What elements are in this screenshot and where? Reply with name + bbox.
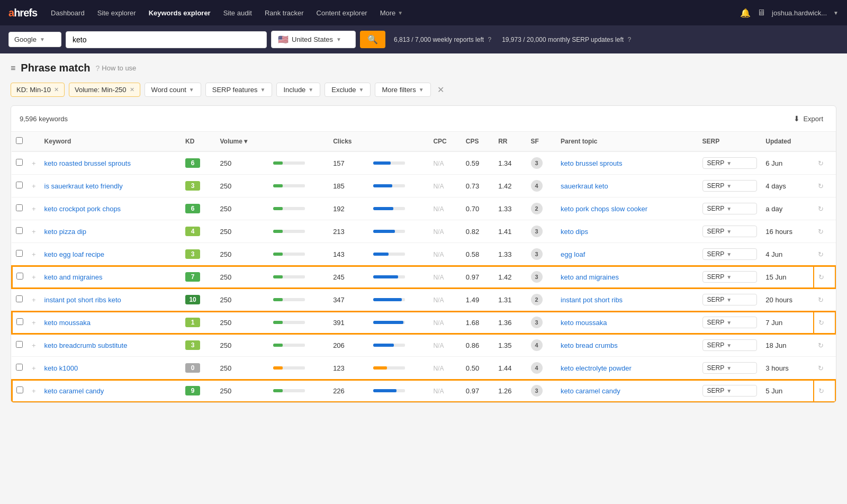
cell-add[interactable]: + [28, 289, 40, 311]
row-checkbox[interactable] [16, 250, 23, 257]
nav-keywords-explorer[interactable]: Keywords explorer [143, 6, 216, 20]
cell-add[interactable]: + [28, 220, 40, 243]
serp-select[interactable]: SERP ▼ [702, 157, 758, 169]
refresh-icon[interactable]: ↻ [818, 182, 824, 190]
cell-refresh[interactable]: ↻ [814, 311, 836, 334]
row-checkbox[interactable] [16, 204, 23, 211]
cell-add[interactable]: + [28, 334, 40, 357]
row-checkbox[interactable] [16, 318, 23, 325]
cell-checkbox[interactable] [12, 220, 28, 243]
parent-topic-link[interactable]: keto bread crumbs [561, 341, 618, 349]
serp-select[interactable]: SERP ▼ [702, 248, 758, 260]
cell-add[interactable]: + [28, 151, 40, 175]
cell-serp[interactable]: SERP ▼ [698, 266, 762, 289]
include-filter[interactable]: Include ▼ [276, 83, 320, 97]
cell-serp[interactable]: SERP ▼ [698, 311, 762, 334]
serp-select[interactable]: SERP ▼ [702, 317, 758, 328]
serp-select[interactable]: SERP ▼ [702, 339, 758, 351]
serp-select[interactable]: SERP ▼ [702, 271, 758, 283]
row-checkbox[interactable] [16, 295, 23, 302]
nav-content-explorer[interactable]: Content explorer [311, 6, 373, 20]
row-checkbox[interactable] [16, 227, 23, 234]
cell-add[interactable]: + [28, 243, 40, 266]
cell-serp[interactable]: SERP ▼ [698, 220, 762, 243]
cell-refresh[interactable]: ↻ [814, 151, 836, 175]
cell-checkbox[interactable] [12, 243, 28, 266]
row-checkbox[interactable] [16, 386, 23, 393]
cell-serp[interactable]: SERP ▼ [698, 357, 762, 380]
cell-checkbox[interactable] [12, 334, 28, 357]
logo[interactable]: ahrefs [8, 7, 37, 19]
filter-chip-kd[interactable]: KD: Min-10 ✕ [11, 83, 65, 97]
nav-dashboard[interactable]: Dashboard [46, 6, 90, 20]
serp-features-filter[interactable]: SERP features ▼ [205, 83, 273, 97]
refresh-icon[interactable]: ↻ [818, 296, 824, 304]
cell-add[interactable]: + [28, 175, 40, 197]
exclude-filter[interactable]: Exclude ▼ [325, 83, 371, 97]
cell-refresh[interactable]: ↻ [814, 380, 836, 402]
nav-rank-tracker[interactable]: Rank tracker [259, 6, 309, 20]
cell-refresh[interactable]: ↻ [814, 266, 836, 289]
parent-topic-link[interactable]: egg loaf [561, 250, 585, 258]
parent-topic-link[interactable]: keto dips [561, 228, 588, 236]
cell-serp[interactable]: SERP ▼ [698, 151, 762, 175]
filter-kd-remove[interactable]: ✕ [54, 86, 59, 93]
cell-serp[interactable]: SERP ▼ [698, 289, 762, 311]
export-button[interactable]: ⬇ Export [789, 112, 827, 125]
hamburger-icon[interactable]: ≡ [11, 64, 15, 73]
row-checkbox[interactable] [16, 273, 23, 280]
keyword-link[interactable]: keto egg loaf recipe [44, 250, 104, 258]
keyword-link[interactable]: keto moussaka [44, 319, 91, 327]
keyword-link[interactable]: keto and migraines [44, 273, 103, 281]
cell-refresh[interactable]: ↻ [814, 357, 836, 380]
cell-checkbox[interactable] [12, 357, 28, 380]
how-to-use-link[interactable]: ? How to use [96, 64, 137, 73]
serp-select[interactable]: SERP ▼ [702, 294, 758, 305]
parent-topic-link[interactable]: keto caramel candy [561, 387, 620, 395]
refresh-icon[interactable]: ↻ [818, 159, 824, 167]
cell-refresh[interactable]: ↻ [814, 289, 836, 311]
cell-add[interactable]: + [28, 380, 40, 402]
parent-topic-link[interactable]: keto pork chops slow cooker [561, 205, 647, 213]
parent-topic-link[interactable]: instant pot short ribs [561, 296, 623, 304]
refresh-icon[interactable]: ↻ [818, 205, 824, 213]
select-all-checkbox[interactable] [16, 137, 23, 144]
cell-serp[interactable]: SERP ▼ [698, 175, 762, 197]
keyword-link[interactable]: keto roasted brussel sprouts [44, 159, 131, 167]
country-select[interactable]: 🇺🇸 United States ▼ [271, 31, 356, 48]
filter-chip-volume[interactable]: Volume: Min-250 ✕ [69, 83, 140, 97]
serp-select[interactable]: SERP ▼ [702, 180, 758, 192]
search-button[interactable]: 🔍 [360, 31, 385, 48]
keyword-link[interactable]: keto breadcrumb substitute [44, 341, 128, 349]
refresh-icon[interactable]: ↻ [818, 250, 824, 258]
clear-filters-icon[interactable]: ✕ [437, 85, 444, 95]
parent-topic-link[interactable]: keto brussel sprouts [561, 159, 622, 167]
cell-serp[interactable]: SERP ▼ [698, 243, 762, 266]
cell-add[interactable]: + [28, 357, 40, 380]
keyword-link[interactable]: is sauerkraut keto friendly [44, 182, 123, 190]
more-filters-btn[interactable]: More filters ▼ [375, 83, 430, 97]
cell-checkbox[interactable] [12, 151, 28, 175]
monitor-icon[interactable]: 🖥 [757, 8, 765, 17]
search-engine-select[interactable]: Google ▼ [8, 32, 61, 47]
keyword-link[interactable]: instant pot short ribs keto [44, 296, 121, 304]
cell-checkbox[interactable] [12, 311, 28, 334]
row-checkbox[interactable] [16, 182, 23, 188]
cell-add[interactable]: + [28, 266, 40, 289]
cell-checkbox[interactable] [12, 197, 28, 220]
refresh-icon[interactable]: ↻ [818, 387, 824, 395]
refresh-icon[interactable]: ↻ [818, 228, 824, 236]
row-checkbox[interactable] [16, 341, 23, 348]
refresh-icon[interactable]: ↻ [818, 319, 824, 327]
nav-site-explorer[interactable]: Site explorer [92, 6, 141, 20]
parent-topic-link[interactable]: sauerkraut keto [561, 182, 608, 190]
refresh-icon[interactable]: ↻ [818, 364, 824, 372]
cell-checkbox[interactable] [12, 266, 28, 289]
word-count-filter[interactable]: Word count ▼ [145, 83, 201, 97]
cell-refresh[interactable]: ↻ [814, 243, 836, 266]
cell-refresh[interactable]: ↻ [814, 175, 836, 197]
cell-add[interactable]: + [28, 311, 40, 334]
cell-refresh[interactable]: ↻ [814, 220, 836, 243]
cell-add[interactable]: + [28, 197, 40, 220]
cell-checkbox[interactable] [12, 175, 28, 197]
